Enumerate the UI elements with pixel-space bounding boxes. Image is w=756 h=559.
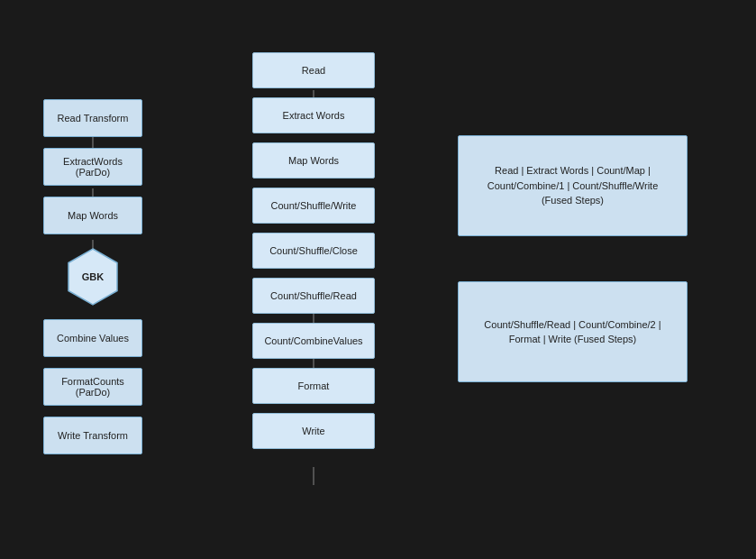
- read-transform-box: Read Transform: [43, 99, 142, 137]
- gbk-hex: GBK: [61, 245, 124, 308]
- exec-format: Format: [252, 368, 375, 404]
- exec-map-words: Map Words: [252, 142, 375, 179]
- diagram-container: Read Transform ExtractWords (ParDo) Map …: [0, 0, 756, 559]
- combine-values-box: Combine Values: [43, 319, 142, 357]
- gbk-label: GBK: [82, 271, 104, 282]
- map-words-box: Map Words: [43, 197, 142, 234]
- format-counts-pardo-box: FormatCounts (ParDo): [43, 368, 142, 406]
- exec-count-shuffle-write: Count/Shuffle/Write: [252, 188, 375, 224]
- exec-extract-words: Extract Words: [252, 97, 375, 133]
- fused-steps-2-box: Count/Shuffle/Read | Count/Combine/2 | F…: [458, 281, 688, 382]
- right-column: Read | Extract Words | Count/Map | Count…: [458, 135, 688, 382]
- exec-count-shuffle-read: Count/Shuffle/Read: [252, 278, 375, 314]
- left-column: Read Transform ExtractWords (ParDo) Map …: [43, 99, 142, 454]
- exec-count-combine-values: Count/CombineValues: [252, 323, 375, 359]
- fused-steps-1-box: Read | Extract Words | Count/Map | Count…: [458, 135, 688, 236]
- extract-words-pardo-box: ExtractWords (ParDo): [43, 148, 142, 186]
- exec-write: Write: [252, 413, 375, 449]
- write-transform-box: Write Transform: [43, 417, 142, 454]
- middle-column: Read Extract Words Map Words Count/Shuff…: [252, 52, 375, 449]
- exec-count-shuffle-close: Count/Shuffle/Close: [252, 233, 375, 269]
- exec-read: Read: [252, 52, 375, 88]
